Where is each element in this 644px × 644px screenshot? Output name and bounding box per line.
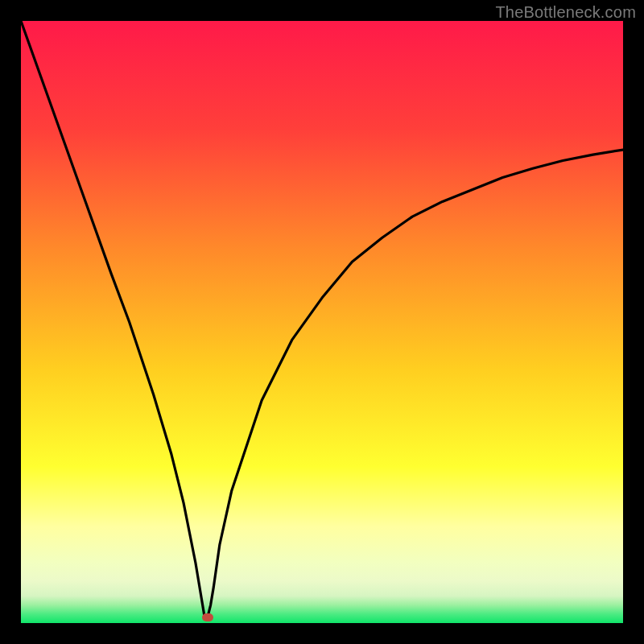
chart-frame: TheBottleneck.com [0,0,644,644]
plot-area [21,21,623,623]
bottleneck-curve [21,21,623,623]
optimal-point-marker [202,613,213,621]
watermark-text: TheBottleneck.com [495,3,636,22]
